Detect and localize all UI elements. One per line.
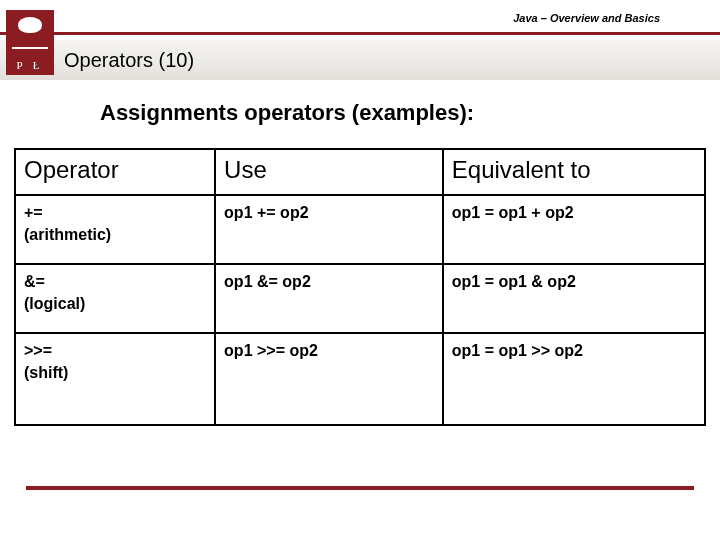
operator-symbol: >>= — [24, 342, 52, 359]
table-row: += (arithmetic) op1 += op2 op1 = op1 + o… — [15, 195, 705, 264]
cell-use: op1 &= op2 — [215, 264, 443, 333]
section-heading: Assignments operators (examples): — [100, 100, 474, 126]
operator-symbol: &= — [24, 273, 45, 290]
operator-note: (arithmetic) — [24, 224, 206, 246]
table-row: &= (logical) op1 &= op2 op1 = op1 & op2 — [15, 264, 705, 333]
cell-equiv: op1 = op1 >> op2 — [443, 333, 705, 424]
cell-operator: += (arithmetic) — [15, 195, 215, 264]
table-header-row: Operator Use Equivalent to — [15, 149, 705, 195]
operator-symbol: += — [24, 204, 43, 221]
operator-note: (shift) — [24, 362, 206, 384]
cell-use: op1 += op2 — [215, 195, 443, 264]
slide-title-bar: Operators (10) — [0, 40, 720, 80]
table-row: >>= (shift) op1 >>= op2 op1 = op1 >> op2 — [15, 333, 705, 424]
col-use: Use — [215, 149, 443, 195]
slide: Java – Overview and Basics P Ł Operators… — [0, 0, 720, 540]
operators-table-wrap: Operator Use Equivalent to += (arithmeti… — [14, 148, 706, 426]
university-logo: P Ł — [6, 10, 54, 75]
header-rule — [0, 32, 720, 35]
operators-table: Operator Use Equivalent to += (arithmeti… — [14, 148, 706, 426]
cell-operator: >>= (shift) — [15, 333, 215, 424]
cell-equiv: op1 = op1 & op2 — [443, 264, 705, 333]
col-equivalent: Equivalent to — [443, 149, 705, 195]
header-topic: Java – Overview and Basics — [513, 12, 660, 24]
cell-use: op1 >>= op2 — [215, 333, 443, 424]
logo-letters: P Ł — [6, 59, 54, 71]
slide-title: Operators (10) — [64, 49, 194, 72]
footer-rule — [26, 486, 694, 490]
col-operator: Operator — [15, 149, 215, 195]
cell-operator: &= (logical) — [15, 264, 215, 333]
cell-equiv: op1 = op1 + op2 — [443, 195, 705, 264]
operator-note: (logical) — [24, 293, 206, 315]
